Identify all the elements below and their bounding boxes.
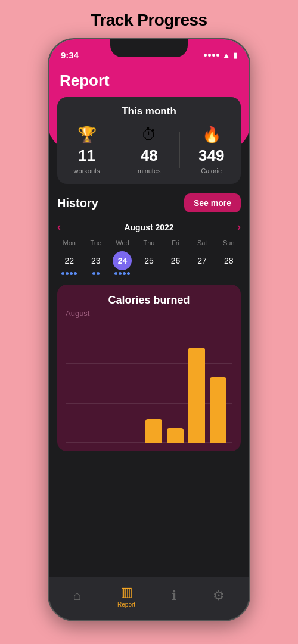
day-23[interactable]: 23	[84, 251, 108, 275]
day-header-mon: Mon	[57, 239, 82, 249]
day-24-num: 24	[113, 251, 132, 270]
stat-minutes: ⏱ 48 minutes	[138, 126, 161, 174]
report-title: Report	[60, 71, 110, 89]
day-27[interactable]: 27	[190, 251, 215, 275]
see-more-button[interactable]: See more	[184, 193, 241, 212]
history-section: History See more ‹ August 2022 › Mon Tue…	[49, 184, 249, 280]
bottom-nav: ⌂ ▥ Report ℹ ⚙	[49, 577, 249, 620]
day-25[interactable]: 25	[137, 251, 162, 275]
status-bar: 9:34 ▲ ▮	[49, 39, 249, 65]
day-27-num: 27	[193, 251, 212, 270]
day-header-fri: Fri	[163, 239, 188, 249]
day-28-num: 28	[219, 251, 238, 270]
chart-line-3	[66, 403, 232, 404]
day-23-dots	[92, 272, 100, 275]
stat-calorie: 🔥 349 Calorie	[198, 126, 224, 174]
prev-month-button[interactable]: ‹	[57, 221, 61, 233]
day-22-dots	[61, 272, 77, 275]
status-time: 9:34	[61, 50, 79, 60]
nav-report[interactable]: ▥ Report	[117, 584, 135, 608]
chart-bar-3	[188, 348, 205, 443]
report-icon: ▥	[120, 584, 133, 600]
calendar-grid: Mon Tue Wed Thu Fri Sat Sun 22 23	[57, 239, 241, 275]
nav-settings[interactable]: ⚙	[213, 588, 225, 604]
calendar-month: August 2022	[124, 223, 173, 232]
stat-workouts: 🏆 11 workouts	[74, 126, 100, 174]
clock-icon: ⏱	[141, 126, 157, 144]
day-25-num: 25	[139, 251, 159, 270]
minutes-label: minutes	[138, 167, 161, 174]
report-nav-label: Report	[117, 601, 135, 608]
stat-divider-1	[119, 132, 119, 168]
settings-icon: ⚙	[213, 588, 225, 604]
status-icons: ▲ ▮	[204, 51, 237, 60]
phone-content: Report This month 🏆 11 workouts ⏱ 48 min…	[49, 65, 249, 620]
history-title: History	[57, 196, 98, 210]
chart-bar-2	[167, 428, 184, 443]
nav-home[interactable]: ⌂	[73, 588, 81, 604]
day-24-dots	[114, 272, 130, 275]
home-icon: ⌂	[73, 588, 81, 604]
wifi-icon: ▲	[222, 51, 230, 60]
battery-icon: ▮	[233, 51, 237, 60]
phone-frame: 9:34 ▲ ▮ Report This month 🏆 11	[48, 38, 250, 621]
calories-title: Calories burned	[66, 294, 232, 307]
chart-line-2	[66, 363, 232, 364]
day-26[interactable]: 26	[163, 251, 188, 275]
chart-line-1	[66, 324, 232, 324]
day-22[interactable]: 22	[57, 251, 82, 275]
stat-divider-2	[179, 132, 180, 168]
info-icon: ℹ	[172, 588, 176, 604]
stats-row: 🏆 11 workouts ⏱ 48 minutes 🔥 349 Calorie	[64, 126, 234, 174]
next-month-button[interactable]: ›	[237, 221, 241, 233]
chart-bar-1	[145, 419, 162, 443]
calories-card: Calories burned August	[57, 285, 241, 451]
calories-month: August	[66, 309, 232, 318]
day-26-num: 26	[166, 251, 185, 270]
this-month-label: This month	[64, 105, 234, 117]
chart-area	[66, 324, 232, 443]
history-header: History See more	[57, 193, 241, 212]
chart-bar-4	[210, 377, 226, 443]
minutes-value: 48	[141, 146, 158, 165]
trophy-icon: 🏆	[77, 126, 97, 144]
calorie-value: 349	[198, 146, 224, 165]
fire-icon: 🔥	[202, 126, 221, 144]
calendar-nav: ‹ August 2022 ›	[57, 221, 241, 233]
day-header-tue: Tue	[84, 239, 108, 249]
this-month-card: This month 🏆 11 workouts ⏱ 48 minutes 🔥 …	[57, 97, 241, 184]
day-28[interactable]: 28	[216, 251, 241, 275]
report-header: Report	[49, 65, 249, 90]
day-header-wed: Wed	[110, 239, 135, 249]
calorie-label: Calorie	[201, 167, 222, 174]
day-header-sat: Sat	[190, 239, 215, 249]
day-23-num: 23	[86, 251, 105, 270]
signal-icon	[204, 54, 219, 57]
day-header-sun: Sun	[216, 239, 241, 249]
day-header-thu: Thu	[137, 239, 162, 249]
day-24[interactable]: 24	[110, 251, 135, 275]
workouts-label: workouts	[74, 167, 100, 174]
page-title: Track Progress	[91, 11, 207, 30]
workouts-value: 11	[78, 146, 95, 165]
nav-info[interactable]: ℹ	[172, 588, 176, 604]
day-22-num: 22	[60, 251, 79, 270]
